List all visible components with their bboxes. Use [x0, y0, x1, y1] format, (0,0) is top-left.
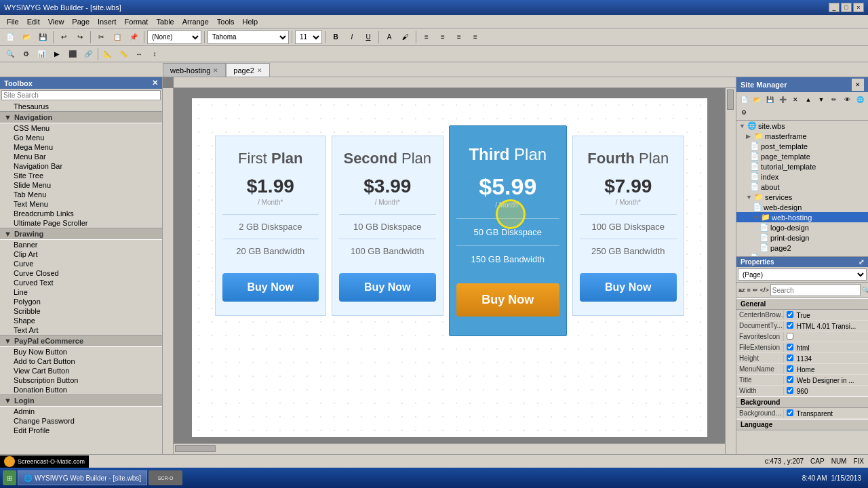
taskbar-item-wysiwyg[interactable]: 🌐 WYSIWYG Web Builder - [site.wbs]: [18, 470, 147, 485]
prop-search-button[interactable]: 🔍: [861, 284, 868, 296]
toolbox-item-curve[interactable]: Curve: [0, 259, 162, 268]
tree-post-template[interactable]: 📄 post_template: [736, 141, 868, 151]
fontsize-dropdown[interactable]: 11: [295, 30, 322, 44]
tb2-btn6[interactable]: 🔗: [81, 47, 96, 61]
buy-button-second[interactable]: Buy Now: [339, 273, 436, 302]
tree-page2[interactable]: 📄 page2: [736, 243, 868, 253]
canvas-scroll[interactable]: First Plan $1.99 / Month* 2 GB Diskspace…: [174, 88, 725, 443]
tree-about[interactable]: 📄 about: [736, 182, 868, 192]
toolbox-item-navigation-bar[interactable]: Navigation Bar: [0, 161, 162, 171]
italic-button[interactable]: I: [344, 30, 359, 44]
toolbox-item-text-menu[interactable]: Text Menu: [0, 199, 162, 209]
tree-page-template[interactable]: 📄 page_template: [736, 151, 868, 161]
copy-button[interactable]: 📋: [110, 30, 125, 44]
prop-check-fileext[interactable]: [787, 344, 793, 350]
sm-up-button[interactable]: ▲: [802, 94, 814, 106]
bold-button[interactable]: B: [328, 30, 343, 44]
scrollbar-thumb-h[interactable]: [175, 445, 216, 452]
cut-button[interactable]: ✂: [94, 30, 108, 44]
maximize-button[interactable]: □: [841, 3, 852, 12]
window-controls[interactable]: _ □ ×: [829, 3, 864, 12]
menu-tools[interactable]: Tools: [213, 16, 239, 27]
toolbox-item-mega-menu[interactable]: Mega Menu: [0, 142, 162, 152]
menu-view[interactable]: View: [44, 16, 68, 27]
sm-save-button[interactable]: 💾: [764, 94, 776, 106]
menu-format[interactable]: Format: [121, 16, 153, 27]
properties-type-dropdown[interactable]: (Page): [738, 268, 867, 281]
toolbox-item-admin[interactable]: Admin: [0, 407, 162, 416]
tree-web-hosting[interactable]: ▼ 📁 web-hosting: [736, 212, 868, 222]
style-dropdown[interactable]: (None): [147, 30, 201, 44]
start-button[interactable]: ⊞: [3, 470, 16, 485]
tree-index[interactable]: 📄 index: [736, 171, 868, 182]
tree-site-wbs[interactable]: ▼ 🌐 site.wbs: [736, 121, 868, 131]
properties-search-input[interactable]: [770, 284, 861, 296]
toolbox-item-slide-menu[interactable]: Slide Menu: [0, 180, 162, 190]
open-button[interactable]: 📂: [19, 30, 34, 44]
tb2-btn3[interactable]: 📊: [34, 47, 49, 61]
align-center-button[interactable]: ≡: [435, 30, 450, 44]
sm-settings-button[interactable]: ⚙: [738, 106, 750, 119]
menu-insert[interactable]: Insert: [94, 16, 121, 27]
toolbox-item-css-menu[interactable]: CSS Menu: [0, 123, 162, 133]
minimize-button[interactable]: _: [829, 3, 840, 12]
menu-arrange[interactable]: Arrange: [178, 16, 213, 27]
toolbox-item-thesaurus[interactable]: Thesaurus: [0, 102, 162, 111]
toolbox-item-ultimate-page-scroller[interactable]: Ultimate Page Scroller: [0, 218, 162, 228]
align-right-button[interactable]: ≡: [452, 30, 467, 44]
new-button[interactable]: 📄: [3, 30, 18, 44]
tb2-btn1[interactable]: 🔍: [3, 47, 18, 61]
toolbox-item-donation-button[interactable]: Donation Button: [0, 385, 162, 394]
buy-button-fourth[interactable]: Buy Now: [580, 273, 677, 302]
tb2-btn5[interactable]: ⬛: [65, 47, 80, 61]
toolbox-section-drawing[interactable]: ▼ Drawing: [0, 228, 162, 240]
font-dropdown[interactable]: Tahoma: [208, 30, 289, 44]
prop-check-width[interactable]: [787, 387, 793, 394]
prop-check-menuname[interactable]: [787, 365, 793, 372]
toolbox-item-go-menu[interactable]: Go Menu: [0, 133, 162, 142]
paste-button[interactable]: 📌: [126, 30, 141, 44]
close-button[interactable]: ×: [853, 3, 864, 12]
tb2-btn9[interactable]: ↔: [132, 47, 146, 61]
align-justify-button[interactable]: ≡: [468, 30, 483, 44]
sm-close-button[interactable]: ✕: [852, 79, 864, 91]
toolbox-item-menu-bar[interactable]: Menu Bar: [0, 152, 162, 161]
sm-publish-button[interactable]: 🌐: [854, 94, 866, 106]
tb2-btn4[interactable]: ▶: [50, 47, 64, 61]
toolbox-item-view-cart-button[interactable]: View Cart Button: [0, 366, 162, 375]
sm-down-button[interactable]: ▼: [815, 94, 827, 106]
toolbox-item-change-password[interactable]: Change Password: [0, 416, 162, 426]
sm-preview-button[interactable]: 👁: [841, 94, 853, 106]
prop-check-title[interactable]: [787, 376, 793, 383]
prop-alphabetical-button[interactable]: az: [738, 284, 746, 296]
prop-edit-button[interactable]: ✏: [752, 284, 759, 296]
prop-check-centerbrow[interactable]: [787, 311, 793, 318]
properties-expand-icon[interactable]: ⤢: [859, 258, 864, 266]
toolbox-item-site-tree[interactable]: Site Tree: [0, 171, 162, 180]
scrollbar-thumb-v[interactable]: [727, 89, 734, 110]
tree-logo-design[interactable]: 📄 logo-design: [736, 222, 868, 232]
toolbox-close-icon[interactable]: ✕: [152, 79, 158, 87]
tb2-btn7[interactable]: 📐: [100, 47, 115, 61]
tree-tutorial-template[interactable]: 📄 tutorial_template: [736, 161, 868, 171]
align-left-button[interactable]: ≡: [419, 30, 434, 44]
tab-close-page2[interactable]: ✕: [257, 67, 262, 74]
tree-print-design[interactable]: 📄 print-design: [736, 232, 868, 243]
toolbox-item-shape[interactable]: Shape: [0, 316, 162, 325]
menu-page[interactable]: Page: [68, 16, 94, 27]
prop-check-background[interactable]: [787, 409, 793, 416]
sm-open-button[interactable]: 📂: [751, 94, 763, 106]
toolbox-item-line[interactable]: Line: [0, 287, 162, 297]
color-button[interactable]: A: [382, 30, 397, 44]
redo-button[interactable]: ↪: [73, 30, 87, 44]
menu-file[interactable]: File: [3, 16, 23, 27]
scrollbar-vertical[interactable]: [725, 88, 736, 454]
toolbox-section-login[interactable]: ▼ Login: [0, 394, 162, 407]
save-button[interactable]: 💾: [35, 30, 50, 44]
tree-services[interactable]: ▼ 📁 services: [736, 192, 868, 202]
tab-page2[interactable]: page2 ✕: [226, 63, 270, 77]
toolbox-search[interactable]: [1, 90, 161, 100]
tab-web-hosting[interactable]: web-hosting ✕: [163, 63, 226, 77]
sm-delete-button[interactable]: ✕: [789, 94, 802, 106]
toolbox-item-curved-text[interactable]: Curved Text: [0, 278, 162, 287]
